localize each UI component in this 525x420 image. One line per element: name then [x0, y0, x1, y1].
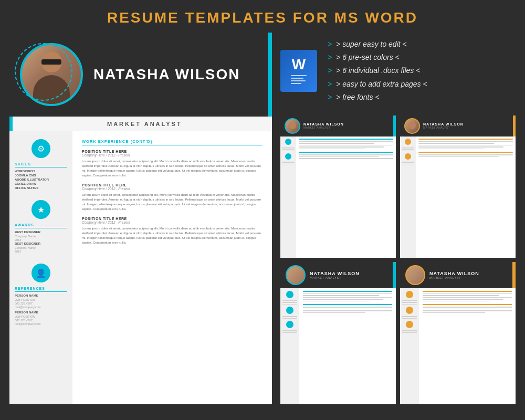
ms-word-icon: W [280, 50, 317, 92]
resume-name-block: NATASHA WILSON [93, 66, 240, 83]
mini-2-tl-5 [402, 164, 414, 165]
resume-left-column: ⚙ SKILLS WORDPRESS JOOMLA CMS ADOBE ILLU… [9, 131, 72, 404]
mini-4-left [400, 288, 419, 404]
award-2-year: 2013 [15, 250, 67, 253]
feature-4-text: > easy to add extra pages < [336, 80, 427, 88]
mini-3-rtl-7 [303, 309, 374, 310]
mini-2-title: MARKET ANALYST [423, 126, 464, 129]
mini-2-sl-2 [418, 152, 513, 153]
mini-2-rtl-2 [418, 143, 494, 144]
mini-1-rtl-8 [299, 158, 393, 159]
mini-2-body [400, 136, 516, 258]
mini-4-tl-1 [402, 300, 417, 301]
feature-3: > > 6 individual .docx files < [328, 64, 516, 77]
mini-3-rtl-8 [303, 310, 392, 311]
awards-title: AWARDS [15, 223, 67, 228]
mini-1-accent [393, 116, 396, 136]
mini-preview-2: NATASHA WILSON MARKET ANALYST [400, 116, 516, 258]
pos-3-company: Company Here / 2012 - Present [82, 220, 262, 224]
mini-3-icon-2 [286, 307, 293, 314]
word-line-2 [291, 78, 303, 79]
feature-arrow-5: > [328, 93, 332, 101]
mini-2-tl-2 [402, 149, 414, 150]
mini-4-tl-2 [402, 302, 417, 303]
mini-4-rtl-3 [423, 297, 512, 298]
mini-3-sl-1 [303, 291, 392, 292]
pos-1-company: Company Here / 2012 - Present [82, 153, 262, 157]
skill-5: OFFICE SUITES [15, 186, 67, 190]
mini-3-rtl-5 [303, 301, 370, 302]
feature-arrow-1: > [328, 40, 332, 48]
mini-3-accent [393, 262, 396, 288]
award-2-title: BEST DESIGNER [15, 242, 67, 245]
mini-4-name-block: NATASHA WILSON MARKET ANALYST [429, 271, 479, 279]
mini-3-body [280, 288, 396, 404]
skill-2: JOOMLA CMS [15, 174, 67, 177]
mini-4-tl-6 [402, 330, 417, 331]
mini-4-tl-3 [402, 304, 417, 305]
award-1-title: BEST DESIGNER [15, 230, 67, 234]
skill-1: WORDPRESS [15, 170, 67, 173]
word-line-4 [291, 83, 301, 84]
skills-title: SKILLS [15, 162, 67, 167]
mini-2-avatar [404, 118, 420, 134]
feature-2: > > 6 pre-set colors < [328, 51, 516, 64]
mini-1-name: NATASHA WILSON [303, 122, 344, 126]
mini-1-sl-2 [299, 152, 393, 153]
skills-icon: ⚙ [32, 139, 50, 158]
pos-2-company: Company Here / 2012 - Present [82, 187, 262, 191]
mini-3-rtl-6 [303, 307, 392, 308]
mini-1-rtl-7 [299, 156, 379, 158]
mini-1-right [296, 136, 396, 258]
mini-1-tl-5 [282, 164, 295, 165]
feature-1-text: > super easy to edit < [336, 40, 407, 48]
word-line-3 [291, 80, 306, 81]
mini-4-rtl-8 [423, 310, 512, 311]
mini-4-rtl-9 [423, 312, 485, 313]
mini-4-icon-1 [406, 291, 413, 298]
right-panel: W > > super easy to edit < > > 6 pre-set… [280, 33, 516, 404]
job-title: MARKET ANALYST [107, 121, 182, 127]
main-content: NATASHA WILSON MARKET ANALYST ⚙ SKILLS W… [0, 33, 525, 404]
mini-2-name: NATASHA WILSON [423, 122, 464, 126]
pos-3-title: POSITION TITLE HERE [82, 217, 262, 220]
mini-4-rtl-5 [423, 301, 490, 302]
page-title: RESUME TEMPLATES FOR MS WORD [0, 9, 525, 26]
mini-4-rtl-2 [423, 295, 499, 296]
position-1: POSITION TITLE HERE Company Here / 2012 … [82, 150, 262, 178]
mini-1-rtl-3 [299, 145, 393, 146]
mini-1-body [280, 136, 396, 258]
word-icon-lines [291, 75, 307, 84]
mini-3-left [280, 288, 299, 404]
mini-4-name: NATASHA WILSON [429, 271, 479, 276]
skill-4: COREL DRAW [15, 182, 67, 185]
position-3: POSITION TITLE HERE Company Here / 2012 … [82, 217, 262, 245]
mini-1-name-block: NATASHA WILSON MARKET ANALYST [303, 122, 344, 129]
awards-section: ★ AWARDS BEST DESIGNER Company Name 2013… [15, 200, 67, 253]
mini-4-tl-5 [402, 318, 417, 319]
mini-3-icon-1 [286, 291, 293, 298]
features-list: > > super easy to edit < > > 6 pre-set c… [328, 38, 516, 104]
mini-1-title: MARKET ANALYST [303, 126, 344, 129]
award-1-company: Company Name [15, 235, 67, 238]
mini-3-rtl-3 [303, 297, 392, 298]
ref-2-position: JOB POSITION [15, 315, 67, 318]
mini-4-body [400, 288, 516, 404]
mini-2-tl-4 [402, 162, 414, 163]
mini-2-tl-3 [402, 151, 414, 152]
mini-4-header: NATASHA WILSON MARKET ANALYST [400, 262, 516, 288]
mini-4-sl-2 [423, 304, 512, 305]
mini-2-icon-1 [405, 139, 411, 145]
pos-1-title: POSITION TITLE HERE [82, 150, 262, 153]
mini-2-rtl-6 [418, 154, 513, 155]
ref-2-phone: 000.123.4567 [15, 319, 67, 322]
mini-1-avatar [285, 118, 300, 134]
award-2-company: Company Name [15, 246, 67, 249]
resume-name: NATASHA WILSON [93, 66, 240, 83]
mini-1-rtl-1 [299, 141, 393, 142]
mini-1-tl-4 [282, 162, 295, 163]
feature-5-text: > free fonts < [336, 93, 380, 101]
job-title-bar: MARKET ANALYST [9, 117, 272, 131]
feature-1: > > super easy to edit < [328, 38, 516, 51]
mini-1-sl-1 [299, 139, 393, 140]
